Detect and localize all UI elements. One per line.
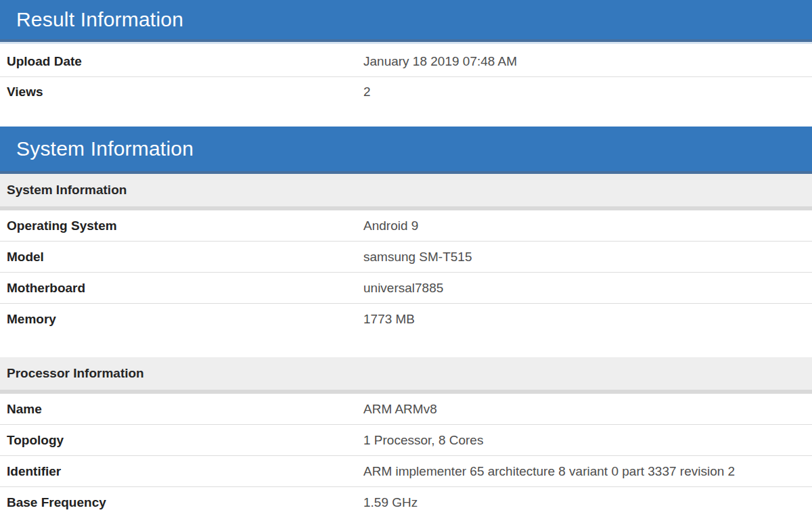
row-label: Operating System (0, 219, 363, 233)
table-row-motherboard: Motherboard universal7885 (0, 272, 812, 303)
row-value: January 18 2019 07:48 AM (363, 54, 517, 69)
row-label: Identifier (0, 464, 363, 479)
result-information-banner: Result Information (0, 0, 812, 42)
row-label: Memory (0, 312, 363, 327)
row-label: Topology (0, 433, 363, 448)
row-value: Android 9 (363, 219, 418, 233)
subheader-processor-information: Processor Information (0, 357, 812, 394)
system-information-table: Operating System Android 9 Model samsung… (0, 210, 812, 334)
row-label: Upload Date (0, 54, 363, 69)
table-row-views: Views 2 (0, 76, 812, 107)
row-label: Motherboard (0, 281, 363, 296)
row-value: 1773 MB (363, 312, 415, 327)
row-label: Views (0, 85, 363, 99)
table-row-upload-date: Upload Date January 18 2019 07:48 AM (0, 47, 812, 76)
row-value: ARM ARMv8 (363, 402, 437, 417)
section-title: System Information (16, 137, 194, 160)
table-row-identifier: Identifier ARM implementer 65 architectu… (0, 455, 812, 486)
row-label: Base Frequency (0, 495, 363, 510)
table-row-base-frequency: Base Frequency 1.59 GHz (0, 486, 812, 518)
subheader-label: Processor Information (7, 366, 144, 381)
subheader-system-information: System Information (0, 174, 812, 210)
table-row-topology: Topology 1 Processor, 8 Cores (0, 424, 812, 455)
row-value: 1.59 GHz (363, 495, 418, 510)
row-value: 1 Processor, 8 Cores (363, 433, 483, 448)
table-row-name: Name ARM ARMv8 (0, 394, 812, 424)
benchmark-result-page: Result Information Upload Date January 1… (0, 0, 812, 518)
result-information-table: Upload Date January 18 2019 07:48 AM Vie… (0, 47, 812, 107)
section-title: Result Information (16, 8, 183, 31)
section-system-information: System Information System Information Op… (0, 127, 812, 518)
row-value: 2 (363, 85, 371, 99)
row-label: Model (0, 250, 363, 265)
row-value: ARM implementer 65 architecture 8 varian… (363, 464, 735, 479)
section-result-information: Result Information Upload Date January 1… (0, 0, 812, 107)
row-value: universal7885 (363, 281, 443, 296)
table-row-model: Model samsung SM-T515 (0, 241, 812, 272)
row-label: Name (0, 402, 363, 417)
system-information-banner: System Information (0, 127, 812, 174)
processor-information-table: Name ARM ARMv8 Topology 1 Processor, 8 C… (0, 394, 812, 518)
subheader-label: System Information (7, 183, 127, 198)
row-value: samsung SM-T515 (363, 250, 472, 265)
table-row-memory: Memory 1773 MB (0, 303, 812, 334)
banner-accent-strip (0, 42, 812, 44)
table-row-operating-system: Operating System Android 9 (0, 210, 812, 241)
